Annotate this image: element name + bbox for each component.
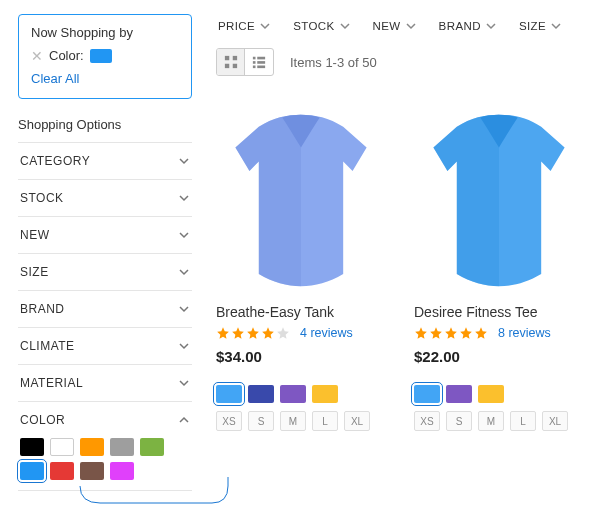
product-color-swatch[interactable]	[446, 385, 472, 403]
top-filter-new[interactable]: NEW	[373, 20, 417, 32]
top-filter-stock[interactable]: STOCK	[293, 20, 350, 32]
list-icon	[252, 55, 266, 69]
star-icon	[459, 326, 473, 340]
product-title[interactable]: Desiree Fitness Tee	[414, 304, 584, 320]
items-count: Items 1-3 of 50	[290, 55, 377, 70]
svg-rect-9	[257, 66, 265, 69]
color-swatch[interactable]	[50, 438, 74, 456]
product-image-wrap[interactable]	[216, 104, 386, 294]
chevron-down-icon	[178, 192, 190, 204]
svg-rect-1	[232, 56, 236, 60]
chevron-down-icon	[259, 20, 271, 32]
svg-rect-7	[257, 61, 265, 64]
facet-material[interactable]: MATERIAL	[18, 365, 192, 401]
grid-icon	[224, 55, 238, 69]
product-image-wrap[interactable]	[414, 104, 584, 294]
facet-color[interactable]: COLOR	[18, 402, 192, 438]
color-swatch[interactable]	[20, 462, 44, 480]
product-color-swatch[interactable]	[414, 385, 440, 403]
svg-rect-4	[253, 57, 256, 60]
size-swatch[interactable]: S	[248, 411, 274, 431]
top-filter-label: SIZE	[519, 20, 546, 32]
color-swatch[interactable]	[110, 438, 134, 456]
size-swatch[interactable]: XS	[414, 411, 440, 431]
star-icon	[231, 326, 245, 340]
product-color-swatch[interactable]	[216, 385, 242, 403]
facet-label: NEW	[20, 228, 50, 242]
color-swatch[interactable]	[80, 462, 104, 480]
rating-stars	[414, 326, 488, 340]
product-image	[226, 109, 376, 289]
svg-rect-8	[253, 66, 256, 69]
svg-rect-0	[224, 56, 228, 60]
top-filter-label: NEW	[373, 20, 401, 32]
chevron-down-icon	[178, 340, 190, 352]
svg-rect-5	[257, 57, 265, 60]
top-filter-size[interactable]: SIZE	[519, 20, 562, 32]
facet-category[interactable]: CATEGORY	[18, 143, 192, 179]
chevron-down-icon	[178, 266, 190, 278]
size-swatch[interactable]: XL	[542, 411, 568, 431]
size-swatch[interactable]: XS	[216, 411, 242, 431]
top-filter-label: BRAND	[439, 20, 481, 32]
size-swatch[interactable]: L	[510, 411, 536, 431]
now-shopping-by-panel: Now Shopping by ✕ Color: Clear All	[18, 14, 192, 99]
product-image	[424, 109, 574, 289]
facet-label: STOCK	[20, 191, 64, 205]
star-icon	[414, 326, 428, 340]
facet-label: COLOR	[20, 413, 65, 427]
product-color-swatch[interactable]	[248, 385, 274, 403]
reviews-link[interactable]: 4 reviews	[300, 326, 353, 340]
grid-mode-button[interactable]	[217, 49, 245, 75]
svg-rect-6	[253, 61, 256, 64]
size-swatch[interactable]: M	[280, 411, 306, 431]
chevron-down-icon	[178, 303, 190, 315]
star-icon	[246, 326, 260, 340]
color-swatch[interactable]	[110, 462, 134, 480]
top-filter-price[interactable]: PRICE	[218, 20, 271, 32]
star-icon	[261, 326, 275, 340]
size-swatch[interactable]: S	[446, 411, 472, 431]
remove-filter-icon[interactable]: ✕	[31, 49, 43, 63]
color-swatch[interactable]	[140, 438, 164, 456]
product-card: Desiree Fitness Tee8 reviews$22.00XSSMLX…	[414, 104, 584, 431]
star-icon	[216, 326, 230, 340]
clear-all-link[interactable]: Clear All	[31, 71, 179, 86]
size-swatch[interactable]: M	[478, 411, 504, 431]
shopping-options-heading: Shopping Options	[18, 117, 192, 132]
view-mode-toggle	[216, 48, 274, 76]
facet-brand[interactable]: BRAND	[18, 291, 192, 327]
color-swatch[interactable]	[20, 438, 44, 456]
chevron-down-icon	[485, 20, 497, 32]
list-mode-button[interactable]	[245, 49, 273, 75]
svg-rect-3	[232, 64, 236, 68]
facet-new[interactable]: NEW	[18, 217, 192, 253]
rating-stars	[216, 326, 290, 340]
star-icon	[276, 326, 290, 340]
top-filter-brand[interactable]: BRAND	[439, 20, 497, 32]
chevron-down-icon	[178, 155, 190, 167]
product-color-swatch[interactable]	[312, 385, 338, 403]
facet-climate[interactable]: CLIMATE	[18, 328, 192, 364]
product-title[interactable]: Breathe-Easy Tank	[216, 304, 386, 320]
chevron-up-icon	[178, 414, 190, 426]
color-swatch[interactable]	[50, 462, 74, 480]
product-color-swatch[interactable]	[478, 385, 504, 403]
chevron-down-icon	[178, 229, 190, 241]
facet-stock[interactable]: STOCK	[18, 180, 192, 216]
color-swatch[interactable]	[80, 438, 104, 456]
reviews-link[interactable]: 8 reviews	[498, 326, 551, 340]
size-swatch[interactable]: L	[312, 411, 338, 431]
facet-label: CLIMATE	[20, 339, 75, 353]
facet-label: MATERIAL	[20, 376, 83, 390]
price: $34.00	[216, 348, 386, 365]
facet-label: CATEGORY	[20, 154, 90, 168]
star-icon	[429, 326, 443, 340]
chevron-down-icon	[550, 20, 562, 32]
product-color-swatch[interactable]	[280, 385, 306, 403]
facet-size[interactable]: SIZE	[18, 254, 192, 290]
top-filter-label: STOCK	[293, 20, 334, 32]
size-swatch[interactable]: XL	[344, 411, 370, 431]
chevron-down-icon	[405, 20, 417, 32]
product-card: Breathe-Easy Tank4 reviews$34.00XSSMLXL	[216, 104, 386, 431]
